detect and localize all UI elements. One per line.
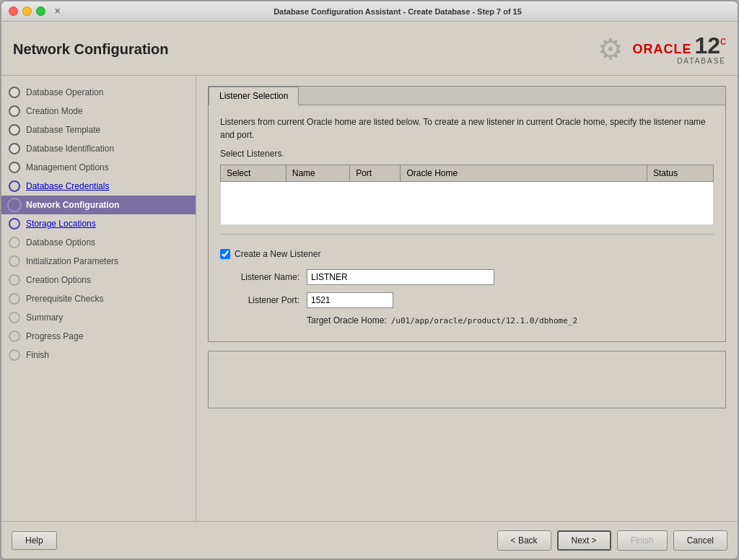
sidebar-item-database-operation: Database Operation: [1, 83, 196, 102]
title-bar: ✕ Database Configuration Assistant - Cre…: [1, 1, 738, 22]
create-new-listener-label[interactable]: Create a New Listener: [235, 249, 320, 259]
select-listeners-label: Select Listeners.: [220, 149, 714, 159]
col-oracle-home: Oracle Home: [401, 165, 647, 182]
sidebar-item-database-template: Database Template: [1, 121, 196, 139]
step-icon-storage-locations: [9, 218, 20, 229]
step-icon-database-identification: [9, 143, 20, 154]
step-icon-database-operation: [9, 87, 20, 98]
step-icon-summary: [9, 312, 20, 323]
listener-name-label: Listener Name:: [220, 272, 307, 282]
sidebar-item-database-credentials[interactable]: Database Credentials: [1, 177, 196, 196]
oracle-database-label: DATABASE: [677, 57, 726, 65]
new-listener-section: Create a New Listener Listener Name: Lis…: [220, 243, 714, 331]
create-new-listener-row: Create a New Listener: [220, 249, 714, 259]
col-port: Port: [350, 165, 401, 182]
listener-port-row: Listener Port:: [220, 292, 714, 308]
sidebar-item-management-options: Management Options: [1, 158, 196, 177]
main-content: Listener Selection Listeners from curren…: [196, 76, 738, 521]
step-icon-prerequisite-checks: [9, 293, 20, 305]
oracle-brand-text: ORACLE: [632, 42, 691, 57]
footer: Help < Back Next > Finish Cancel: [1, 521, 738, 559]
sidebar-item-creation-mode: Creation Mode: [1, 102, 196, 121]
listener-name-input[interactable]: [307, 269, 494, 285]
content-area: Database Operation Creation Mode Databas…: [1, 76, 738, 521]
window-controls: [9, 6, 45, 16]
col-status: Status: [647, 165, 713, 182]
footer-left: Help: [12, 531, 57, 550]
sidebar-item-storage-locations[interactable]: Storage Locations: [1, 214, 196, 233]
sidebar-item-summary: Summary: [1, 308, 196, 327]
step-icon-database-template: [9, 124, 20, 136]
step-icon-initialization-parameters: [9, 255, 20, 267]
listeners-table: Select Name Port Oracle Home Status: [220, 165, 714, 225]
help-button[interactable]: Help: [12, 531, 57, 550]
target-oracle-home-path: /u01/app/oracle/product/12.1.0/dbhome_2: [391, 316, 577, 325]
description-text: Listeners from current Oracle home are l…: [220, 115, 714, 141]
sidebar-item-prerequisite-checks: Prerequisite Checks: [1, 289, 196, 308]
divider: [220, 234, 714, 235]
header: Network Configuration ⚙ ORACLE 12c DATAB…: [1, 22, 738, 76]
step-icon-database-credentials: [9, 180, 20, 192]
oracle-home-row: Target Oracle Home: /u01/app/oracle/prod…: [307, 315, 714, 325]
close-button[interactable]: [9, 6, 18, 16]
main-window: ✕ Database Configuration Assistant - Cre…: [0, 0, 739, 560]
tab-panel: Listener Selection Listeners from curren…: [208, 86, 726, 342]
back-button[interactable]: < Back: [497, 530, 551, 551]
footer-right: < Back Next > Finish Cancel: [497, 530, 727, 551]
window-icon: ✕: [54, 6, 61, 16]
tab-listener-selection[interactable]: Listener Selection: [209, 87, 299, 105]
empty-table-body: [221, 182, 714, 225]
sidebar-item-finish: Finish: [1, 346, 196, 364]
create-new-listener-checkbox[interactable]: [220, 249, 230, 259]
gear-icon: ⚙: [598, 32, 624, 66]
info-panel: [208, 351, 726, 408]
finish-button[interactable]: Finish: [617, 530, 668, 551]
listener-port-input[interactable]: [307, 292, 393, 308]
sidebar-item-database-identification: Database Identification: [1, 139, 196, 158]
sidebar-item-network-configuration: Network Configuration: [1, 196, 196, 214]
maximize-button[interactable]: [36, 6, 45, 16]
sidebar-item-progress-page: Progress Page: [1, 327, 196, 346]
window-title: Database Configuration Assistant - Creat…: [65, 7, 730, 16]
col-select: Select: [221, 165, 287, 182]
listener-name-row: Listener Name:: [220, 269, 714, 285]
oracle-version-text: 12c: [694, 34, 726, 57]
next-button[interactable]: Next >: [557, 530, 611, 551]
sidebar-item-creation-options: Creation Options: [1, 271, 196, 289]
step-icon-network-configuration: [9, 199, 20, 211]
step-icon-finish: [9, 349, 20, 361]
oracle-text: ORACLE 12c DATABASE: [632, 34, 726, 65]
step-icon-database-options: [9, 237, 20, 248]
oracle-logo: ⚙ ORACLE 12c DATABASE: [598, 32, 726, 66]
target-oracle-home-label: Target Oracle Home:: [307, 315, 387, 325]
listener-port-label: Listener Port:: [220, 295, 307, 305]
sidebar: Database Operation Creation Mode Databas…: [1, 76, 196, 521]
step-icon-creation-mode: [9, 105, 20, 117]
page-title: Network Configuration: [13, 41, 169, 58]
step-icon-creation-options: [9, 274, 20, 286]
cancel-button[interactable]: Cancel: [673, 530, 727, 551]
minimize-button[interactable]: [22, 6, 32, 16]
tab-header: Listener Selection: [209, 87, 725, 105]
sidebar-item-initialization-parameters: Initialization Parameters: [1, 252, 196, 271]
step-icon-progress-page: [9, 331, 20, 342]
tab-content: Listeners from current Oracle home are l…: [209, 105, 725, 341]
step-icon-management-options: [9, 162, 20, 173]
col-name: Name: [286, 165, 349, 182]
sidebar-item-database-options: Database Options: [1, 233, 196, 252]
